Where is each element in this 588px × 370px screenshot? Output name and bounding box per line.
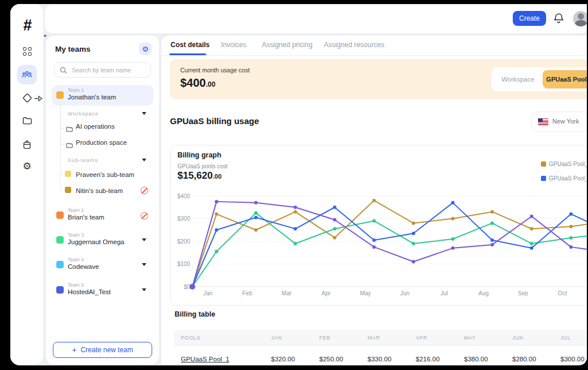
x-tick-label: Jan [203, 290, 212, 296]
table-header-cell: JUL [558, 335, 587, 341]
x-tick-label: Oct [558, 290, 567, 296]
subteam-nitin[interactable]: Nitin's sub-team [76, 187, 123, 194]
team-name: HostedAI_Test [68, 288, 111, 295]
storage-icon[interactable] [17, 135, 37, 155]
legend-item-pool-2[interactable]: GPUaaS Pool_2 [541, 175, 587, 182]
data-point [333, 218, 336, 221]
top-bar: Create [45, 5, 587, 33]
pool-link[interactable]: GPUaaS Pool_1 [174, 356, 269, 363]
toggle-workspace[interactable]: Workspace [492, 67, 544, 91]
create-new-team-button[interactable]: + Create new team [53, 342, 152, 358]
team-expand-chevron[interactable] [142, 288, 146, 291]
tab-cost-details[interactable]: Cost details [171, 41, 210, 49]
team-row-jonathans-team[interactable]: Team 1 Jonathan's team [52, 85, 153, 106]
data-point [412, 242, 415, 245]
data-point [451, 201, 455, 205]
data-point [254, 228, 258, 232]
create-new-team-label: Create new team [80, 346, 133, 354]
settings-gear-icon[interactable]: ⚙ [17, 156, 37, 176]
table-value-cell: $380.00 [462, 356, 510, 363]
apps-grid-icon[interactable] [17, 41, 37, 61]
y-tick-label: $100 [177, 261, 191, 267]
billing-table-row: GPUaaS Pool_1$320.00$250.00$330.00$216.0… [174, 345, 587, 364]
data-point [372, 238, 376, 242]
billing-table: POOLSJANFEBMARAPRMAYJUNJUL GPUaaS Pool_1… [174, 330, 587, 364]
apps-grid-glyph [23, 47, 32, 56]
team-label: Team 1 [68, 87, 84, 93]
data-point [333, 227, 336, 230]
scope-toggle: Workspace GPUaaS Pool [492, 67, 587, 91]
data-point [215, 213, 218, 216]
data-point [372, 245, 376, 249]
tab-assigned-resources[interactable]: Assigned resources [324, 41, 384, 49]
subteam-swatch [65, 171, 71, 177]
data-point [451, 237, 455, 241]
workspace-item-ai-operations[interactable]: AI operations [76, 123, 115, 130]
x-tick-label: Jun [400, 290, 409, 296]
table-header-cell: APR [413, 335, 462, 341]
legend-item-pool-1[interactable]: GPUaaS Pool_1 [541, 161, 587, 167]
team-row-brians-team[interactable]: Team 2 Brian's team [52, 205, 153, 226]
table-header-cell: MAR [365, 335, 413, 341]
table-value-cell: $216.00 [413, 356, 462, 363]
teams-icon[interactable] [17, 65, 37, 84]
table-header-cell: JAN [269, 335, 317, 341]
tree-connector [60, 106, 61, 152]
team-name: Jonathan's team [68, 94, 116, 101]
data-point [215, 200, 218, 203]
app-window: # [10, 4, 587, 365]
search-icon [60, 66, 67, 76]
data-point [412, 260, 415, 264]
y-tick-label: $0 [184, 284, 191, 290]
tree-elbow-dashed [60, 174, 65, 175]
team-search-box [54, 62, 151, 78]
data-point [293, 227, 297, 230]
pools-cost-label: GPUaaS pools cost [177, 163, 227, 169]
workspace-collapse-chevron[interactable] [142, 112, 146, 115]
tree-connector-dashed [60, 152, 61, 191]
notifications-bell-icon[interactable] [552, 12, 566, 26]
team-expand-chevron[interactable] [142, 263, 146, 266]
team-row-hostedai-test[interactable]: Team 5 HostedAI_Test [52, 280, 153, 300]
panel-resize-chevrons-icon[interactable]: » [44, 33, 47, 38]
create-button[interactable]: Create [513, 11, 546, 26]
panel-collapse-arrow-icon[interactable] [34, 94, 43, 104]
y-tick-label: $200 [177, 238, 191, 245]
workspace-item-production-space[interactable]: Production space [76, 139, 127, 146]
team-row-codewave[interactable]: Team 4 Codewave [52, 255, 153, 275]
main-content: Cost details Invoices Assigned pricing A… [161, 36, 587, 364]
data-point [412, 232, 415, 235]
icon-rail: # [10, 4, 43, 364]
x-tick-label: Jul [440, 290, 448, 296]
team-avatar [56, 236, 64, 244]
tree-elbow-dashed [60, 190, 65, 191]
chart-area: $400$300$200$100$0JanFebMarAprMayJunJulA… [173, 191, 587, 300]
x-tick-label: May [360, 290, 371, 296]
gear-glyph: ⚙ [22, 160, 31, 172]
team-expand-chevron[interactable] [142, 238, 146, 241]
tabs-row: Cost details Invoices Assigned pricing A… [161, 36, 587, 56]
series-line [192, 202, 587, 287]
x-tick-label: Aug [478, 290, 489, 296]
team-row-juggernaut-omega[interactable]: Team 3 Juggernaut Omega [52, 230, 153, 250]
team-name: Juggernaut Omega [68, 238, 124, 245]
workspace-section-label: Workspace [68, 111, 99, 117]
user-avatar[interactable] [573, 11, 587, 26]
billing-graph-title: Billing graph [177, 151, 221, 159]
billing-line-chart: $400$300$200$100$0JanFebMarAprMayJunJulA… [173, 191, 587, 300]
data-point [530, 215, 533, 218]
x-tick-label: Apr [322, 290, 331, 296]
plus-icon: + [72, 346, 76, 354]
toggle-gpuaas-pool[interactable]: GPUaaS Pool [543, 70, 587, 88]
y-tick-label: $400 [177, 193, 191, 199]
tab-assigned-pricing[interactable]: Assigned pricing [262, 41, 312, 49]
data-point [293, 242, 297, 245]
data-point [569, 213, 572, 216]
region-selector[interactable]: New York [531, 111, 587, 132]
subteam-praveen[interactable]: Praveen's sub-team [76, 171, 134, 178]
folders-icon[interactable] [17, 111, 37, 130]
tab-invoices[interactable]: Invoices [221, 41, 246, 49]
teams-settings-gear-button[interactable]: ⚙ [139, 43, 152, 55]
subteams-collapse-chevron[interactable] [142, 159, 146, 161]
team-search-input[interactable] [71, 63, 148, 76]
